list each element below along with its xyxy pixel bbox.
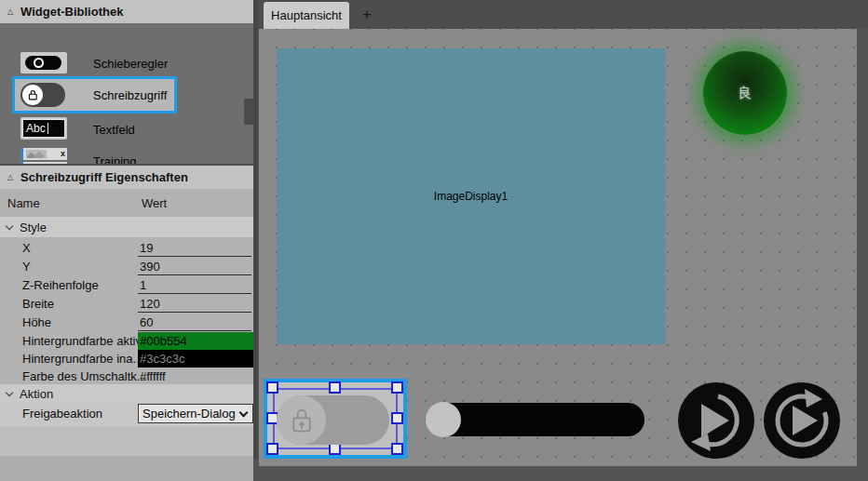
collapse-triangle-icon[interactable]: △	[0, 7, 20, 16]
x-value-field[interactable]: 19	[138, 239, 251, 257]
column-name: Name	[7, 196, 40, 210]
property-name: Höhe	[22, 315, 51, 329]
tab-bar: Hauptansicht +	[258, 0, 868, 29]
properties-header[interactable]: △ Schreibzugriff Eigenschaften	[0, 166, 253, 189]
unlock-arrow-icon	[290, 407, 314, 434]
designer-window: △ Widget-Bibliothek Schieberegler	[0, 0, 868, 481]
led-indicator-widget[interactable]: 良	[703, 51, 787, 135]
toggle-lock-icon	[20, 83, 65, 107]
main-area: Hauptansicht + ImageDisplay1 良	[258, 0, 868, 481]
widget-item-label: Schreibzugriff	[93, 88, 167, 102]
properties-table: Name Wert Style X 19 Y 390 Z-Reihenfolge…	[0, 189, 253, 426]
property-name: Y	[22, 260, 31, 274]
slider-widget-icon	[20, 52, 67, 73]
chevron-down-icon	[6, 389, 13, 396]
slider-icon-pill	[25, 56, 61, 70]
resize-handle-nw[interactable]	[266, 381, 278, 394]
chevron-down-icon	[239, 408, 249, 418]
design-canvas[interactable]: ImageDisplay1 良	[259, 29, 857, 466]
resize-handle-sw[interactable]	[266, 443, 278, 455]
widget-item-schreibzugriff-selected[interactable]: Schreibzugriff	[12, 76, 177, 114]
left-panel: △ Widget-Bibliothek Schieberegler	[0, 0, 253, 481]
property-row-release-action: Freigabeaktion Speichern-Dialog	[0, 403, 253, 426]
property-row-bg-active: Hintergrundfarbe aktiv #00b554	[0, 332, 253, 351]
loop-play-button-widget[interactable]	[762, 381, 842, 461]
z-order-value-field[interactable]: 1	[138, 276, 251, 294]
image-thumbnail-icon	[26, 150, 47, 158]
property-name: Z-Reihenfolge	[22, 278, 99, 292]
property-name: Freigabeaktion	[22, 407, 102, 421]
led-label: 良	[739, 85, 753, 102]
property-row-bg-inactive: Hintergrundfarbe ina... #3c3c3c	[0, 350, 253, 368]
lock-knob	[22, 85, 43, 105]
image-display-label: ImageDisplay1	[434, 190, 508, 203]
training-image-row: x	[20, 148, 67, 160]
group-aktion[interactable]: Aktion	[0, 384, 253, 403]
property-row-width: Breite 120	[0, 295, 253, 314]
group-label: Style	[20, 220, 47, 234]
knob-color-value[interactable]: #ffffff	[140, 369, 166, 383]
resize-handle-se[interactable]	[391, 443, 403, 455]
slider-widget-knob[interactable]	[426, 402, 461, 437]
table-header-row: Name Wert	[0, 189, 253, 217]
property-name: X	[22, 241, 31, 255]
scrollbar-thumb[interactable]	[244, 99, 253, 125]
resize-handle-e[interactable]	[391, 412, 403, 424]
add-tab-button[interactable]: +	[353, 2, 381, 29]
textfield-icon-text: Abc	[26, 122, 46, 135]
toggle-knob[interactable]	[277, 395, 326, 445]
property-name: Hintergrundfarbe aktiv	[22, 334, 142, 348]
dropdown-selected-value: Speichern-Dialog	[142, 407, 236, 421]
release-action-dropdown[interactable]: Speichern-Dialog	[138, 404, 253, 423]
property-name: Hintergrundfarbe ina...	[22, 352, 142, 366]
property-row-x: X 19	[0, 239, 253, 258]
textfield-widget-icon: Abc	[20, 117, 67, 140]
property-name: Farbe des Umschaltk...	[22, 369, 147, 383]
replay-button-widget[interactable]	[676, 381, 756, 461]
widget-library-title: Widget-Bibliothek	[20, 5, 123, 19]
chevron-down-icon	[6, 222, 13, 230]
toggle-switch[interactable]	[277, 395, 389, 445]
widget-library-header[interactable]: △ Widget-Bibliothek	[0, 0, 253, 23]
height-value-field[interactable]: 60	[138, 314, 251, 331]
widget-list: Schieberegler Schreibzugriff Abc	[0, 23, 253, 164]
column-value: Wert	[142, 196, 167, 210]
widget-item-label: Schieberegler	[93, 57, 168, 71]
width-value-field[interactable]: 120	[138, 295, 251, 313]
text-cursor	[47, 123, 48, 134]
property-row-height: Höhe 60	[0, 314, 253, 332]
property-row-y: Y 390	[0, 258, 253, 276]
panel-bottom-strip	[0, 456, 253, 481]
widget-item-label: Textfeld	[93, 123, 135, 137]
close-x-icon: x	[61, 148, 65, 159]
properties-title: Schreibzugriff Eigenschaften	[20, 170, 188, 184]
collapse-triangle-icon[interactable]: △	[0, 173, 20, 181]
group-style[interactable]: Style	[0, 217, 253, 237]
group-label: Aktion	[20, 387, 53, 401]
resize-handle-n[interactable]	[329, 381, 341, 394]
slider-icon-knob	[34, 58, 44, 68]
property-name: Breite	[22, 297, 54, 311]
inactive-color-swatch[interactable]: #3c3c3c	[138, 350, 253, 367]
property-row-knob-color: Farbe des Umschaltk... #ffffff	[0, 367, 253, 386]
image-display-widget[interactable]: ImageDisplay1	[277, 48, 665, 344]
resize-handle-ne[interactable]	[391, 381, 403, 394]
selected-toggle-widget[interactable]	[264, 379, 407, 459]
y-value-field[interactable]: 390	[138, 258, 251, 275]
lock-icon	[26, 88, 39, 101]
tab-hauptansicht[interactable]: Hauptansicht	[264, 2, 349, 29]
textfield-icon-inner: Abc	[22, 119, 65, 138]
active-color-swatch[interactable]: #00b554	[138, 332, 253, 350]
property-row-z-order: Z-Reihenfolge 1	[0, 276, 253, 295]
